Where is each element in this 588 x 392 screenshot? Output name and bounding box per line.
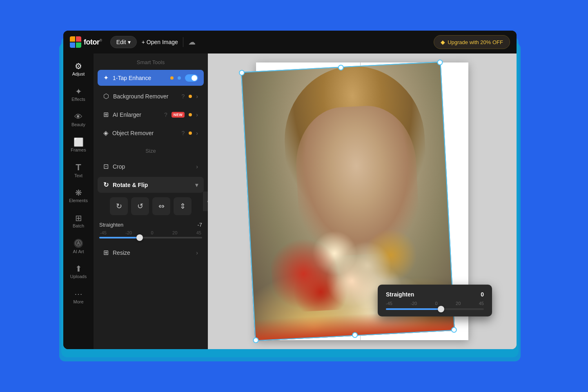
- beauty-icon: 👁: [74, 113, 82, 121]
- flip-horizontal-button[interactable]: ⇔: [152, 197, 170, 215]
- smart-tools-label: Smart Tools: [94, 53, 208, 69]
- object-remover-icon: ◈: [103, 129, 108, 137]
- slider-ticks: -45 -20 0 20 45: [99, 230, 202, 235]
- enlarger-icon: ⊞: [103, 111, 109, 118]
- chevron-right-icon: ›: [196, 249, 198, 256]
- chevron-right-icon: ›: [196, 111, 198, 118]
- tool-1tap-enhance[interactable]: ✦ 1-Tap Enhance: [98, 70, 204, 86]
- handle-top-left[interactable]: [239, 70, 245, 76]
- dot-orange: [189, 95, 192, 98]
- dot-blue: [178, 76, 181, 80]
- resize-icon: ⊞: [103, 249, 109, 256]
- bg-remover-icon: ⬡: [103, 92, 109, 100]
- panel-collapse-button[interactable]: ‹: [203, 192, 208, 211]
- canvas-area: Straighten 0 -45 -20 0 20 45: [208, 53, 517, 349]
- logo-icon: [70, 36, 81, 48]
- rotate-ccw-button[interactable]: ↺: [131, 197, 149, 215]
- tooltip-value: 0: [481, 291, 484, 298]
- tool-crop[interactable]: ⊡ Crop ›: [98, 158, 204, 174]
- cloud-icon: ☁: [188, 38, 196, 47]
- size-label: Size: [94, 142, 208, 157]
- sidebar-item-text[interactable]: T Text: [65, 158, 91, 183]
- uploads-icon: ⬆: [75, 265, 82, 273]
- sidebar-item-frames[interactable]: ⬜ Frames: [65, 133, 91, 157]
- chevron-right-icon: ›: [196, 130, 198, 136]
- app-window: fotor® Edit ▾ + Open Image ☁ ◆ Upgrade w…: [63, 31, 517, 349]
- logo-area: fotor®: [70, 36, 102, 48]
- tool-rotate-flip[interactable]: ↻ Rotate & Flip ▾: [98, 177, 204, 193]
- icon-sidebar: ⚙ Adjust ✦ Effects 👁 Beauty ⬜ Frames T: [63, 53, 94, 349]
- tool-ai-enlarger[interactable]: ⊞ AI Enlarger ? NEW ›: [98, 107, 204, 122]
- tooltip-straighten-label: Straighten: [386, 291, 414, 298]
- open-image-button[interactable]: + Open Image: [142, 39, 178, 45]
- batch-icon: ⊞: [75, 214, 82, 222]
- tool-object-remover[interactable]: ◈ Object Remover ? ›: [98, 125, 204, 141]
- tooltip-ticks: -45 -20 0 20 45: [386, 301, 484, 306]
- top-bar: fotor® Edit ▾ + Open Image ☁ ◆ Upgrade w…: [63, 31, 517, 53]
- main-content: ⚙ Adjust ✦ Effects 👁 Beauty ⬜ Frames T: [63, 53, 517, 349]
- flip-vertical-button[interactable]: ⇕: [174, 197, 192, 215]
- adjust-icon: ⚙: [75, 62, 82, 70]
- handle-bottom-center[interactable]: [352, 332, 358, 338]
- sidebar-item-batch[interactable]: ⊞ Batch: [65, 209, 91, 233]
- sidebar-item-elements[interactable]: ❋ Elements: [65, 183, 91, 208]
- question-icon: ?: [182, 93, 185, 100]
- sidebar-item-ai-art[interactable]: Ⓐ AI Art: [65, 234, 91, 258]
- straighten-value: -7: [197, 222, 202, 228]
- sidebar-item-uploads[interactable]: ⬆ Uploads: [65, 259, 91, 284]
- tools-panel: Smart Tools ✦ 1-Tap Enhance ⬡ Background…: [94, 53, 208, 349]
- new-badge: NEW: [172, 112, 185, 118]
- straighten-section: Straighten -7 -45 -20 0 20 45: [94, 218, 208, 243]
- ai-art-icon: Ⓐ: [74, 239, 83, 248]
- chevron-down-icon: ▾: [128, 39, 131, 45]
- rotate-controls: ↻ ↺ ⇔ ⇕: [94, 194, 208, 218]
- chevron-right-icon: ›: [196, 163, 198, 170]
- enhance-icon: ✦: [103, 74, 109, 82]
- handle-top-center[interactable]: [338, 65, 344, 71]
- tool-bg-remover[interactable]: ⬡ Background Remover ? ›: [98, 88, 204, 104]
- sidebar-item-adjust[interactable]: ⚙ Adjust: [65, 57, 91, 81]
- chevron-right-icon: ›: [196, 93, 198, 100]
- sidebar-item-more[interactable]: ⋯ More: [65, 285, 91, 309]
- edit-button[interactable]: Edit ▾: [110, 36, 137, 48]
- sidebar-item-effects[interactable]: ✦ Effects: [65, 82, 91, 107]
- diamond-icon: ◆: [441, 39, 445, 45]
- tool-resize[interactable]: ⊞ Resize ›: [98, 245, 204, 261]
- app-name: fotor®: [84, 38, 102, 47]
- upgrade-button[interactable]: ◆ Upgrade with 20% OFF: [434, 35, 510, 49]
- effects-icon: ✦: [75, 87, 82, 96]
- straighten-tooltip: Straighten 0 -45 -20 0 20 45: [378, 285, 492, 316]
- text-icon: T: [76, 163, 81, 172]
- divider: [183, 37, 183, 47]
- tooltip-slider[interactable]: [386, 308, 484, 310]
- question-icon: ?: [164, 111, 167, 118]
- dot-orange: [189, 131, 192, 135]
- chevron-down-icon: ▾: [195, 182, 198, 188]
- frames-icon: ⬜: [74, 138, 84, 146]
- handle-top-right[interactable]: [437, 59, 443, 65]
- rotate-cw-button[interactable]: ↻: [110, 197, 128, 215]
- sidebar-item-beauty[interactable]: 👁 Beauty: [65, 107, 91, 132]
- crop-icon: ⊡: [103, 163, 109, 170]
- straighten-label: Straighten: [99, 222, 123, 228]
- handle-bottom-right[interactable]: [451, 327, 457, 333]
- question-icon: ?: [182, 130, 185, 136]
- more-icon: ⋯: [74, 290, 82, 298]
- toggle-switch[interactable]: [185, 74, 198, 82]
- dot-orange: [170, 76, 174, 80]
- straighten-slider[interactable]: [99, 237, 202, 238]
- dot-orange: [189, 113, 192, 116]
- elements-icon: ❋: [75, 189, 82, 197]
- rotate-icon: ↻: [103, 181, 109, 189]
